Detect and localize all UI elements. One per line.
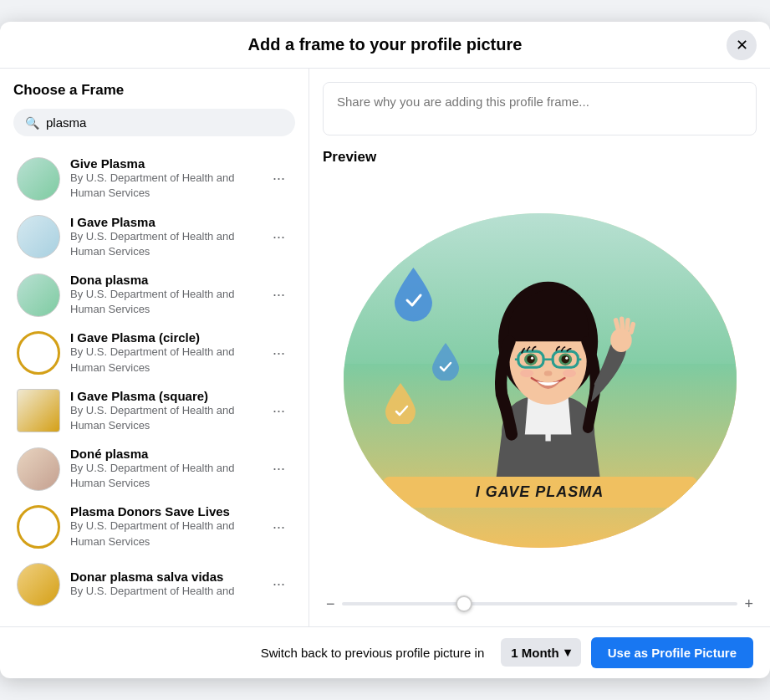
slider-decrease-button[interactable]: − bbox=[326, 595, 335, 613]
svg-point-15 bbox=[520, 370, 533, 378]
frame-thumb-give-plasma bbox=[17, 157, 60, 201]
frame-thumb-i-gave-plasma-square bbox=[17, 389, 60, 432]
search-input[interactable] bbox=[46, 115, 283, 130]
frame-info: I Gave Plasma (square)By U.S. Department… bbox=[70, 389, 256, 433]
drop-yellow-icon bbox=[383, 381, 418, 431]
left-panel: Choose a Frame 🔍 Give PlasmaBy U.S. Depa… bbox=[0, 69, 309, 626]
frame-item-give-plasma[interactable]: Give PlasmaBy U.S. Department of Health … bbox=[13, 150, 295, 207]
month-label: 1 Month bbox=[511, 646, 559, 660]
frame-name: Doné plasma bbox=[70, 447, 256, 461]
close-button[interactable]: ✕ bbox=[727, 30, 757, 60]
frame-author: By U.S. Department of Health and Human S… bbox=[70, 519, 256, 549]
preview-banner: I GAVE PLASMA bbox=[383, 477, 697, 508]
frame-item-done-plasma[interactable]: Doné plasmaBy U.S. Department of Health … bbox=[13, 440, 295, 498]
frame-author: By U.S. Department of Health and bbox=[70, 584, 256, 599]
drop-blue-large-icon bbox=[390, 263, 436, 330]
modal-title: Add a frame to your profile picture bbox=[248, 35, 523, 54]
frame-more-button[interactable]: ··· bbox=[266, 399, 292, 423]
frame-item-donar-salva-vidas[interactable]: Donar plasma salva vidasBy U.S. Departme… bbox=[13, 556, 295, 613]
frame-info: Give PlasmaBy U.S. Department of Health … bbox=[70, 156, 256, 201]
frames-list: Give PlasmaBy U.S. Department of Health … bbox=[13, 150, 295, 613]
slider-increase-button[interactable]: + bbox=[744, 595, 753, 613]
modal-footer: Switch back to previous profile picture … bbox=[0, 626, 770, 678]
modal-header: Add a frame to your profile picture ✕ bbox=[0, 22, 770, 69]
frame-info: Doné plasmaBy U.S. Department of Health … bbox=[70, 447, 256, 491]
frame-thumb-plasma-donors-save bbox=[17, 505, 60, 549]
month-dropdown[interactable]: 1 Month ▾ bbox=[501, 638, 581, 667]
modal: Add a frame to your profile picture ✕ Ch… bbox=[0, 22, 770, 678]
frame-more-button[interactable]: ··· bbox=[266, 283, 292, 307]
frame-info: I Gave PlasmaBy U.S. Department of Healt… bbox=[70, 215, 256, 259]
frame-author: By U.S. Department of Health and Human S… bbox=[70, 229, 256, 259]
frame-name: I Gave Plasma bbox=[70, 215, 256, 229]
frame-item-dona-plasma[interactable]: Dona plasmaBy U.S. Department of Health … bbox=[13, 266, 295, 324]
frame-info: Donar plasma salva vidasBy U.S. Departme… bbox=[70, 570, 256, 599]
chevron-down-icon: ▾ bbox=[564, 645, 571, 660]
preview-label: Preview bbox=[323, 149, 757, 166]
frame-more-button[interactable]: ··· bbox=[266, 515, 292, 539]
svg-line-19 bbox=[621, 319, 622, 327]
svg-line-20 bbox=[627, 320, 628, 329]
frame-name: I Gave Plasma (circle) bbox=[70, 330, 256, 345]
frame-item-i-gave-plasma[interactable]: I Gave PlasmaBy U.S. Department of Healt… bbox=[13, 208, 295, 266]
frame-more-button[interactable]: ··· bbox=[266, 225, 292, 249]
svg-point-17 bbox=[610, 328, 631, 352]
frame-item-i-gave-plasma-circle[interactable]: I Gave Plasma (circle)By U.S. Department… bbox=[13, 324, 295, 381]
svg-point-10 bbox=[527, 355, 535, 364]
frame-author: By U.S. Department of Health and Human S… bbox=[70, 461, 256, 491]
frame-name: Plasma Donors Save Lives bbox=[70, 504, 256, 519]
use-as-profile-picture-button[interactable]: Use as Profile Picture bbox=[591, 637, 753, 668]
frame-thumb-i-gave-plasma bbox=[17, 215, 60, 258]
svg-line-21 bbox=[630, 324, 632, 333]
right-panel: Preview bbox=[309, 69, 770, 626]
frame-more-button[interactable]: ··· bbox=[266, 457, 292, 481]
frame-thumb-i-gave-plasma-circle bbox=[17, 331, 60, 375]
frame-item-plasma-donors-save[interactable]: Plasma Donors Save LivesBy U.S. Departme… bbox=[13, 498, 295, 555]
share-why-input[interactable] bbox=[323, 82, 757, 135]
search-box: 🔍 bbox=[13, 109, 295, 136]
zoom-slider[interactable] bbox=[342, 602, 738, 605]
search-icon: 🔍 bbox=[25, 116, 39, 130]
frame-info: I Gave Plasma (circle)By U.S. Department… bbox=[70, 330, 256, 375]
frame-name: Give Plasma bbox=[70, 156, 256, 171]
frame-author: By U.S. Department of Health and Human S… bbox=[70, 403, 256, 433]
frame-name: Dona plasma bbox=[70, 273, 256, 287]
frame-author: By U.S. Department of Health and Human S… bbox=[70, 345, 256, 375]
frame-more-button[interactable]: ··· bbox=[266, 166, 292, 191]
frame-author: By U.S. Department of Health and Human S… bbox=[70, 287, 256, 317]
choose-frame-heading: Choose a Frame bbox=[13, 82, 295, 99]
frame-name: I Gave Plasma (square) bbox=[70, 389, 256, 403]
frame-more-button[interactable]: ··· bbox=[266, 572, 292, 596]
svg-point-16 bbox=[563, 370, 576, 378]
frame-info: Dona plasmaBy U.S. Department of Health … bbox=[70, 273, 256, 317]
close-icon: ✕ bbox=[736, 36, 748, 54]
svg-line-18 bbox=[615, 320, 617, 329]
frame-name: Donar plasma salva vidas bbox=[70, 570, 256, 584]
preview-container: I GAVE PLASMA bbox=[323, 176, 757, 585]
frame-more-button[interactable]: ··· bbox=[266, 341, 292, 365]
preview-image: I GAVE PLASMA bbox=[344, 213, 737, 548]
avatar-svg bbox=[447, 262, 648, 488]
svg-point-13 bbox=[565, 357, 568, 360]
frame-item-i-gave-plasma-square[interactable]: I Gave Plasma (square)By U.S. Department… bbox=[13, 382, 295, 440]
frame-thumb-donar-salva-vidas bbox=[17, 563, 60, 606]
frame-thumb-done-plasma bbox=[17, 447, 60, 491]
frame-info: Plasma Donors Save LivesBy U.S. Departme… bbox=[70, 504, 256, 549]
svg-point-12 bbox=[530, 357, 533, 360]
svg-point-14 bbox=[543, 370, 552, 376]
switch-back-text: Switch back to previous profile picture … bbox=[261, 646, 485, 660]
modal-body: Choose a Frame 🔍 Give PlasmaBy U.S. Depa… bbox=[0, 69, 770, 626]
slider-container: − + bbox=[323, 595, 757, 613]
frame-thumb-dona-plasma bbox=[17, 273, 60, 317]
svg-point-11 bbox=[561, 355, 569, 364]
frame-author: By U.S. Department of Health and Human S… bbox=[70, 171, 256, 201]
